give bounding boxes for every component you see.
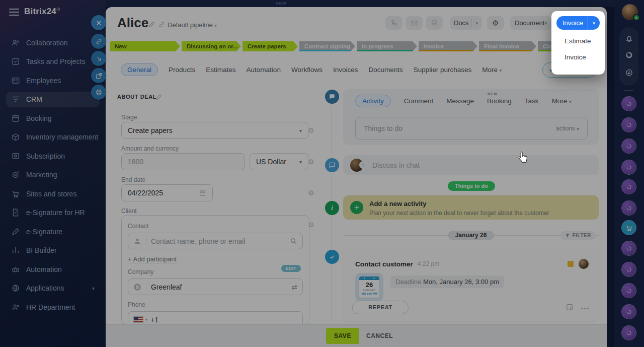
invoice-button[interactable]: Invoice ▾ bbox=[556, 16, 600, 30]
menu-item-estimate[interactable]: Estimate bbox=[551, 33, 605, 49]
invoice-dropdown-spotlight: Invoice ▾ Estimate Invoice bbox=[551, 11, 605, 75]
menu-item-invoice[interactable]: Invoice bbox=[551, 49, 605, 65]
chevron-down-icon[interactable]: ▾ bbox=[588, 16, 600, 30]
invoice-menu: Estimate Invoice bbox=[551, 33, 605, 65]
bitrix24-app: NEW Bitrix24◷ Collaboration Tasks and Pr… bbox=[0, 0, 644, 347]
dim-overlay bbox=[0, 0, 644, 347]
